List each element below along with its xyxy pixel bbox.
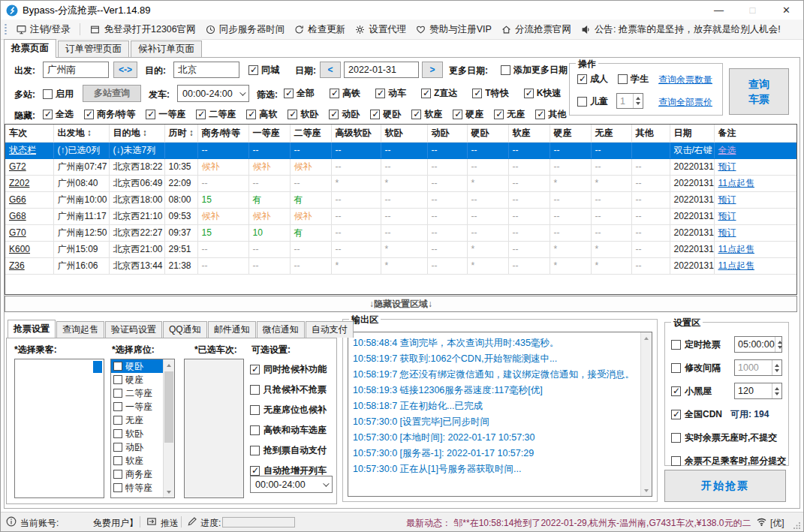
train-row[interactable]: Z36广州16:06北京西13:4421:38------**--*--**--… <box>5 257 796 274</box>
seat-option[interactable]: 动卧 <box>111 440 163 454</box>
column-header[interactable]: 硬座 <box>550 125 591 142</box>
checkbox[interactable] <box>577 74 587 84</box>
hide-settings-bar[interactable]: ↓隐藏设置区域↓ <box>5 296 797 312</box>
hide-checkbox[interactable]: 硬座 <box>453 108 483 121</box>
child-count-stepper[interactable]: 1 <box>616 93 643 109</box>
setting-row[interactable]: 实时余票无座时,不提交 <box>671 429 782 446</box>
column-header[interactable]: 目的地 ↕ <box>109 125 164 142</box>
column-header[interactable]: 商务/特等 <box>197 125 248 142</box>
checkbox[interactable] <box>370 110 380 119</box>
settings-tab[interactable]: 查询起售 <box>56 321 104 338</box>
checkbox[interactable] <box>113 429 122 438</box>
filter-checkbox[interactable]: 高铁 <box>330 87 360 100</box>
status-row[interactable]: 状态栏(↑)已选0列(↓)未选7列--------------------双击/… <box>5 142 796 158</box>
scrollbar-thumb[interactable] <box>164 371 173 443</box>
same-city-checkbox[interactable]: 同城 <box>248 64 279 77</box>
grab-time-range-select[interactable]: 00:00-24:00 <box>250 476 333 493</box>
main-tab[interactable]: 订单管理页面 <box>58 41 129 57</box>
seat-option[interactable]: 商务座 <box>111 467 163 481</box>
depart-time-select[interactable]: 00:00-24:00 <box>177 85 249 102</box>
settings-tab[interactable]: 抢票设置 <box>8 320 56 338</box>
spinner[interactable] <box>772 360 781 375</box>
checkbox[interactable] <box>250 466 260 476</box>
filter-checkbox[interactable]: K快速 <box>524 87 562 100</box>
number-field[interactable]: 120 <box>734 383 782 399</box>
train-number-link[interactable]: G66 <box>9 194 26 205</box>
checkbox[interactable] <box>43 89 53 99</box>
minimize-button[interactable]: — <box>702 1 736 20</box>
checkbox[interactable] <box>671 386 681 396</box>
column-header[interactable]: 历时 ↕ <box>164 125 197 142</box>
column-header[interactable]: 备注 <box>714 125 796 142</box>
hide-checkbox[interactable]: 二等座 <box>196 108 236 121</box>
checkbox[interactable] <box>250 405 260 415</box>
settings-tab[interactable]: 验证码设置 <box>105 321 162 338</box>
checkbox[interactable] <box>250 425 260 435</box>
number-field[interactable]: 1000 <box>734 359 782 376</box>
spinner[interactable] <box>633 94 643 108</box>
column-header[interactable]: 出发地 ↕ <box>53 125 109 142</box>
filter-checkbox[interactable]: 动车 <box>375 87 406 100</box>
hide-checkbox[interactable]: 动卧 <box>329 108 360 121</box>
checkbox[interactable] <box>494 110 504 119</box>
column-header[interactable]: 无座 <box>591 125 631 142</box>
student-checkbox[interactable]: 学生 <box>618 73 649 86</box>
seat-option[interactable]: 软卧 <box>111 427 163 440</box>
setting-row[interactable]: 修改间隔1000 <box>671 359 782 376</box>
output-scrollbar[interactable] <box>640 332 652 496</box>
train-row[interactable]: G68广州南11:17北京西21:1009:53候补候补候补----------… <box>5 208 796 224</box>
train-row[interactable]: G66广州南10:00北京西18:0008:0015有有------------… <box>5 191 796 208</box>
hide-checkbox[interactable]: 软卧 <box>288 108 318 121</box>
book-link[interactable]: 预订 <box>718 227 736 238</box>
seat-option[interactable]: 软座 <box>111 454 163 467</box>
toolbar-item-announcement[interactable]: 公告: 抢票靠的是坚持，放弃就是给别人机会! <box>581 23 781 36</box>
resize-grip[interactable] <box>793 521 801 529</box>
date-input[interactable]: 2022-01-31 <box>344 62 419 78</box>
option-checkbox[interactable]: 只抢候补不抢票 <box>250 383 327 396</box>
scroll-down-icon[interactable] <box>164 486 174 497</box>
checkbox[interactable] <box>196 110 206 119</box>
train-number-link[interactable]: G72 <box>9 161 26 172</box>
checkbox[interactable] <box>329 110 339 119</box>
spinner[interactable] <box>775 337 784 352</box>
column-header[interactable]: 二等座 <box>290 125 331 142</box>
query-all-prices-link[interactable]: 查询全部票价 <box>658 96 712 109</box>
option-checkbox[interactable]: 抢到票自动支付 <box>250 444 327 457</box>
settings-tab[interactable]: 邮件通知 <box>208 321 256 338</box>
option-checkbox[interactable]: 同时抢候补功能 <box>250 363 327 376</box>
column-header[interactable]: 日期 <box>670 125 714 142</box>
checkbox[interactable] <box>330 89 339 98</box>
multi-enable-checkbox[interactable]: 启用 <box>43 88 74 101</box>
swap-stations-button[interactable]: <-> <box>113 62 137 78</box>
seat-option[interactable]: 一等座 <box>111 400 163 413</box>
book-link[interactable]: 11点起售 <box>718 260 754 271</box>
column-header[interactable]: 车次 <box>5 125 53 142</box>
spinner[interactable] <box>772 383 781 398</box>
checkbox[interactable] <box>411 110 421 119</box>
scroll-up-icon[interactable] <box>164 359 174 371</box>
setting-row[interactable]: 小黑屋120 <box>671 383 782 399</box>
train-row[interactable]: G72广州南07:47北京西18:2210:35候补候补候补----------… <box>5 158 796 175</box>
filter-checkbox[interactable]: T特快 <box>472 87 508 100</box>
checkbox[interactable] <box>524 89 534 98</box>
select-all-link[interactable]: 全选 <box>718 145 736 155</box>
push-label[interactable]: 推送 <box>161 517 179 530</box>
checkbox[interactable] <box>501 65 510 75</box>
hide-checkbox[interactable]: 全选 <box>43 108 74 121</box>
checkbox[interactable] <box>246 110 256 119</box>
passenger-listbox[interactable] <box>14 359 104 498</box>
checkbox[interactable] <box>250 446 260 455</box>
checkbox[interactable] <box>577 97 587 107</box>
book-link[interactable]: 11点起售 <box>718 244 754 254</box>
column-header[interactable]: 硬卧 <box>467 125 508 142</box>
start-grabbing-button[interactable]: 开始抢票 <box>664 470 786 502</box>
seat-listbox[interactable]: 硬卧硬座二等座一等座无座软卧动卧软座商务座特等座 <box>110 359 175 498</box>
toolbar-item-sync-time[interactable]: 同步服务器时间 <box>206 23 285 36</box>
number-field[interactable]: 05:00:00 <box>734 336 782 353</box>
hide-checkbox[interactable]: 一等座 <box>146 108 185 121</box>
toolbar-item-open-12306[interactable]: 免登录打开12306官网 <box>90 23 195 36</box>
checkbox[interactable] <box>375 89 385 98</box>
hide-checkbox[interactable]: 硬卧 <box>370 108 401 121</box>
checkbox[interactable] <box>671 433 681 443</box>
query-remaining-tickets-link[interactable]: 查询余票数量 <box>658 74 712 86</box>
